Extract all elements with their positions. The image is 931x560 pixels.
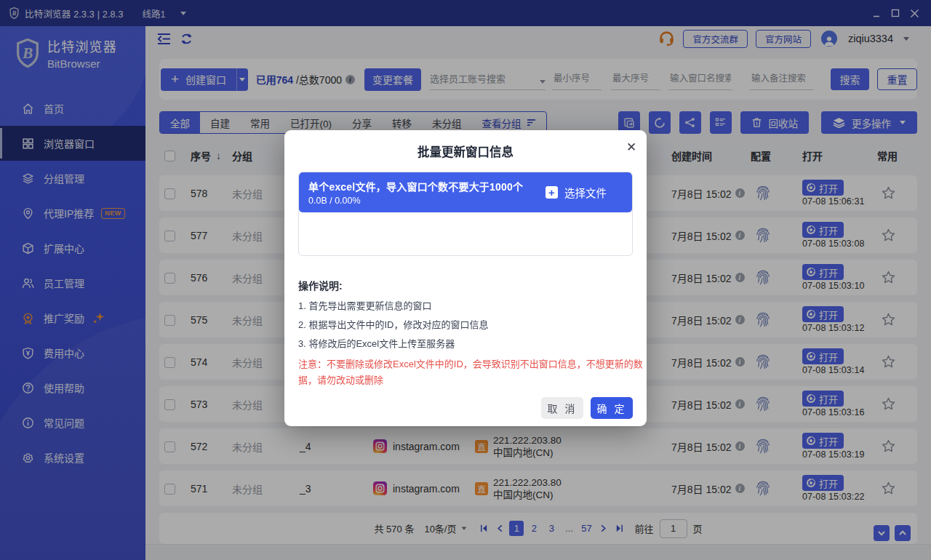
upload-title: 单个excel文件，导入窗口个数不要大于1000个 [308, 179, 546, 193]
close-modal-icon[interactable]: ✕ [625, 140, 638, 153]
instructions-title: 操作说明: [298, 278, 633, 292]
instruction-step: 2. 根据导出文件中的ID，修改对应的窗口信息 [298, 316, 633, 335]
batch-update-modal: 批量更新窗口信息 ✕ 单个excel文件，导入窗口个数不要大于1000个 0.0… [284, 130, 647, 426]
cancel-button[interactable]: 取 消 [541, 397, 583, 419]
instructions-steps: 1. 首先导出需要更新信息的窗口2. 根据导出文件中的ID，修改对应的窗口信息3… [298, 297, 633, 353]
modal-title: 批量更新窗口信息 [298, 130, 633, 160]
warning-text: 注意：不要删除或修改Excel文件中的ID，会导致识别不出窗口信息，不想更新的数… [298, 356, 647, 388]
upload-header: 单个excel文件，导入窗口个数不要大于1000个 0.0B / 0.00% +… [299, 172, 632, 212]
choose-file-button[interactable]: + 选择文件 [546, 185, 607, 200]
upload-progress: 0.0B / 0.00% [308, 196, 546, 206]
instruction-step: 1. 首先导出需要更新信息的窗口 [298, 297, 633, 316]
confirm-button[interactable]: 确 定 [591, 397, 633, 419]
upload-box: 单个excel文件，导入窗口个数不要大于1000个 0.0B / 0.00% +… [298, 172, 633, 256]
add-file-icon: + [546, 186, 558, 199]
instruction-step: 3. 将修改后的Excel文件上传至服务器 [298, 335, 633, 353]
